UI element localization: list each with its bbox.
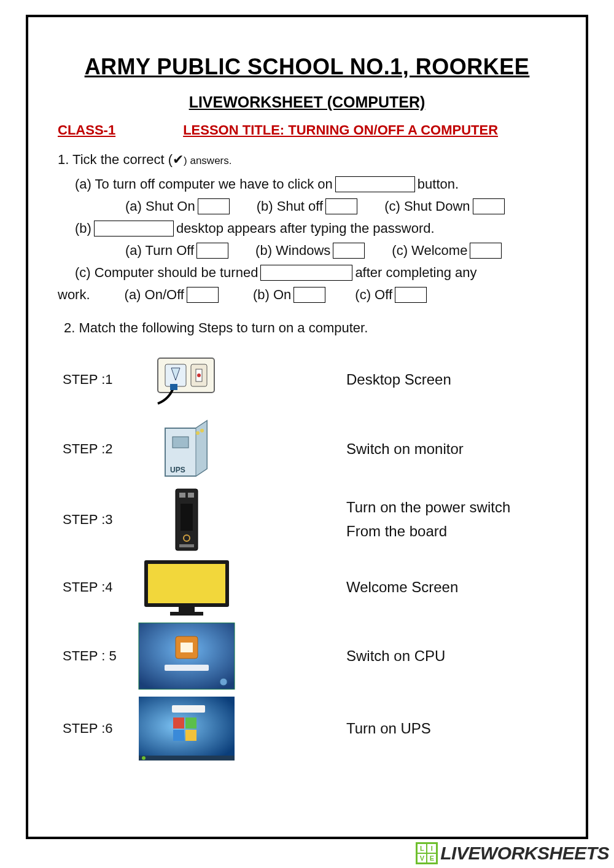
q1b-blank[interactable] (94, 221, 174, 237)
step-6-label: STEP :6 (58, 721, 131, 737)
worksheet-page: ARMY PUBLIC SCHOOL NO.1, ROORKEE LIVEWOR… (26, 15, 588, 839)
svg-text:UPS: UPS (170, 466, 185, 474)
q2-prompt: 2. Match the following Steps to turn on … (64, 320, 556, 336)
match-right-3b: From the board (346, 520, 556, 543)
watermark: LIVE LIVEWORKSHEETS (416, 842, 609, 864)
svg-point-35 (142, 756, 146, 760)
svg-rect-22 (170, 612, 203, 616)
plug-socket-icon (131, 352, 242, 407)
q1a-blank[interactable] (335, 176, 415, 192)
svg-rect-15 (188, 493, 194, 498)
match-right-1: Desktop Screen (242, 371, 556, 388)
watermark-badge-icon: LIVE (416, 842, 438, 864)
monitor-icon (131, 557, 242, 618)
q1a-opt-b-box[interactable] (325, 198, 357, 214)
q1a-stem: (a) To turn off computer we have to clic… (58, 176, 556, 192)
svg-rect-21 (179, 607, 195, 612)
q1c-options: work. (a) On/Off (b) On (c) Off (58, 287, 556, 303)
step-5-label: STEP : 5 (58, 648, 131, 664)
q1c-opt-c-box[interactable] (395, 287, 427, 303)
q1c-opt-a-box[interactable] (187, 287, 219, 303)
step-1-label: STEP :1 (58, 372, 131, 388)
desktop-screen-icon (131, 695, 242, 762)
match-row-6[interactable]: STEP :6 (58, 693, 556, 764)
svg-rect-34 (139, 756, 235, 760)
svg-rect-6 (170, 384, 177, 390)
q1b-opt-a-box[interactable] (196, 243, 228, 259)
match-right-3a: Turn on the power switch (346, 496, 556, 519)
q1b-stem: (b) desktop appears after typing the pas… (58, 221, 556, 237)
match-row-2[interactable]: STEP :2 UPS Switch on monitor (58, 413, 556, 484)
svg-point-10 (196, 431, 200, 435)
svg-rect-29 (173, 717, 184, 729)
ups-icon: UPS (131, 416, 242, 482)
svg-rect-16 (181, 504, 193, 531)
class-lesson-line: CLASS-1 LESSON TITLE: TURNING ON/OFF A C… (58, 122, 556, 138)
match-row-3[interactable]: STEP :3 Turn on the power switch From th… (58, 484, 556, 555)
svg-rect-20 (148, 564, 225, 603)
q1a-opt-c-box[interactable] (473, 198, 505, 214)
q1a-options: (a) Shut On (b) Shut off (c) Shut Down (58, 198, 556, 214)
q1a-opt-a-box[interactable] (198, 198, 230, 214)
q1c-blank[interactable] (260, 265, 352, 281)
match-row-4[interactable]: STEP :4 Welcome Screen (58, 555, 556, 619)
svg-rect-31 (173, 730, 184, 741)
match-right-6: Turn on UPS (242, 720, 556, 737)
match-grid: STEP :1 Desktop Screen STEP :2 (58, 346, 556, 764)
q1c-opt-b-box[interactable] (293, 287, 325, 303)
q1c-stem: (c) Computer should be turned after comp… (58, 265, 556, 281)
svg-rect-14 (179, 493, 185, 498)
q1b-opt-c-box[interactable] (470, 243, 502, 259)
watermark-text: LIVEWORKSHEETS (440, 844, 609, 862)
svg-point-27 (220, 678, 227, 686)
class-label: CLASS-1 (58, 122, 115, 138)
match-right-2: Switch on monitor (242, 440, 556, 458)
step-3-label: STEP :3 (58, 512, 131, 528)
svg-rect-25 (181, 643, 193, 652)
match-right-5: Switch on CPU (242, 647, 556, 665)
svg-rect-18 (179, 544, 194, 547)
step-2-label: STEP :2 (58, 441, 131, 457)
worksheet-subtitle: LIVEWORKSHEET (COMPUTER) (45, 93, 569, 111)
lesson-title: LESSON TITLE: TURNING ON/OFF A COMPUTER (183, 122, 498, 138)
q1b-opt-b-box[interactable] (333, 243, 365, 259)
svg-point-5 (197, 373, 201, 377)
cpu-tower-icon (131, 487, 242, 553)
school-title: ARMY PUBLIC SCHOOL NO.1, ROORKEE (45, 54, 569, 80)
svg-rect-9 (173, 437, 188, 448)
svg-point-11 (200, 429, 204, 432)
q1-prompt: 1. Tick the correct (✔) answers. (58, 152, 556, 168)
q1b-options: (a) Turn Off (b) Windows (c) Welcome (58, 243, 556, 259)
welcome-screen-icon (131, 622, 242, 690)
step-4-label: STEP :4 (58, 579, 131, 595)
svg-rect-33 (172, 705, 205, 713)
match-right-4: Welcome Screen (242, 579, 556, 596)
svg-rect-26 (165, 665, 209, 671)
match-row-5[interactable]: STEP : 5 Switch on CPU (58, 619, 556, 693)
svg-rect-30 (185, 717, 196, 729)
svg-rect-32 (185, 730, 196, 741)
match-row-1[interactable]: STEP :1 Desktop Screen (58, 346, 556, 413)
